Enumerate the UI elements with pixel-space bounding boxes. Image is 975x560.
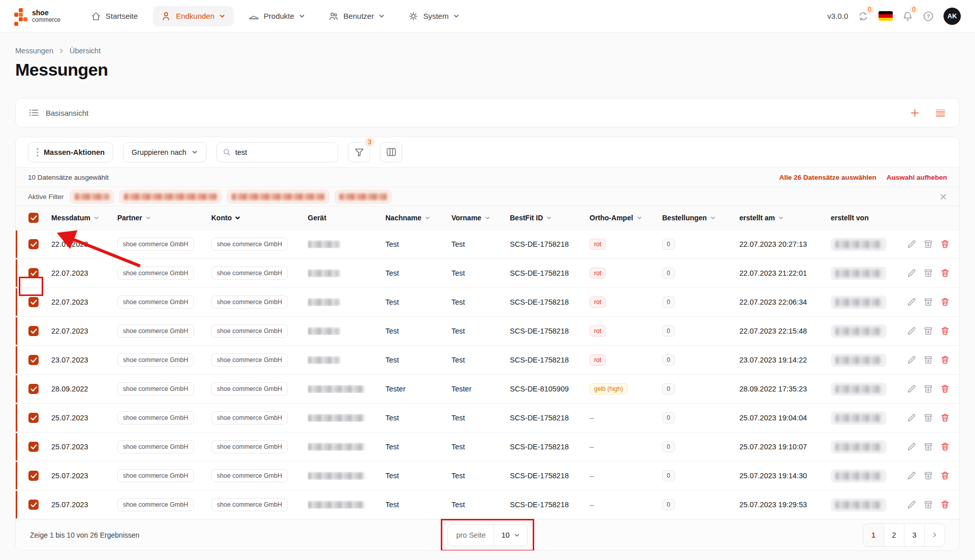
clear-selection-link[interactable]: Auswahl aufheben — [887, 174, 947, 181]
page-button-1[interactable]: 1 — [863, 524, 884, 546]
select-all-checkbox[interactable] — [28, 213, 39, 223]
select-all-records-link[interactable]: Alle 26 Datensätze auswählen — [779, 174, 876, 181]
filter-count-badge: 3 — [365, 138, 374, 147]
breadcrumb-item-uebersicht[interactable]: Übersicht — [70, 47, 101, 55]
nav-item-endkunden[interactable]: Endkunden — [153, 6, 234, 26]
konto-chip: shoe commerce GmbH — [211, 238, 288, 251]
table-row[interactable]: 25.07.2023 shoe commerce GmbH shoe comme… — [16, 403, 959, 432]
column-header-bestfit-id[interactable]: BestFit ID — [510, 214, 590, 222]
archive-button[interactable] — [924, 298, 933, 307]
nav-item-startseite[interactable]: Startseite — [83, 6, 146, 26]
table-row[interactable]: 22.07.2023 shoe commerce GmbH shoe comme… — [16, 258, 959, 287]
active-filter-chip-redacted[interactable] — [119, 190, 221, 204]
active-filters-label: Aktive Filter — [28, 193, 64, 201]
delete-button[interactable] — [940, 355, 950, 365]
archive-button[interactable] — [924, 500, 933, 509]
search-input[interactable] — [235, 148, 332, 156]
table-row[interactable]: 25.07.2023 shoe commerce GmbH shoe comme… — [16, 461, 959, 490]
column-header-erstellt-am[interactable]: erstellt am — [739, 214, 831, 222]
archive-button[interactable] — [924, 240, 933, 249]
edit-button[interactable] — [907, 442, 916, 451]
row-checkbox[interactable] — [28, 500, 39, 510]
edit-button[interactable] — [907, 240, 916, 249]
row-checkbox[interactable] — [28, 471, 39, 481]
delete-button[interactable] — [940, 413, 950, 422]
column-header-konto[interactable]: Konto — [211, 214, 308, 222]
view-list-button[interactable] — [935, 108, 946, 117]
page-button-3[interactable]: 3 — [904, 524, 924, 546]
active-filter-chip-redacted[interactable] — [227, 190, 329, 204]
archive-button[interactable] — [924, 413, 933, 422]
column-header-bestellungen[interactable]: Bestellungen — [662, 214, 739, 222]
columns-button[interactable] — [380, 142, 402, 162]
pencil-icon — [907, 442, 916, 451]
filter-button[interactable]: 3 — [348, 142, 370, 162]
row-checkbox[interactable] — [28, 384, 39, 394]
page-button-2[interactable]: 2 — [884, 524, 904, 546]
archive-button[interactable] — [924, 384, 933, 393]
archive-button[interactable] — [924, 442, 933, 451]
help-button[interactable]: ? — [923, 11, 934, 22]
edit-button[interactable] — [907, 500, 916, 509]
breadcrumb-item-messungen[interactable]: Messungen — [15, 47, 53, 55]
row-checkbox[interactable] — [28, 355, 39, 365]
table-row[interactable]: 22.07.2023 shoe commerce GmbH shoe comme… — [16, 316, 959, 345]
avatar[interactable]: AK — [944, 8, 961, 25]
row-checkbox[interactable] — [28, 442, 39, 452]
check-icon — [30, 357, 37, 363]
archive-button[interactable] — [924, 471, 933, 480]
edit-button[interactable] — [907, 471, 916, 480]
row-checkbox[interactable] — [28, 297, 39, 307]
row-checkbox[interactable] — [28, 413, 39, 423]
edit-button[interactable] — [907, 413, 916, 422]
active-filter-chip-redacted[interactable] — [335, 190, 392, 204]
next-page-button[interactable] — [924, 524, 945, 546]
column-header-messdatum[interactable]: Messdatum — [51, 214, 117, 222]
table-row[interactable]: 25.07.2023 shoe commerce GmbH shoe comme… — [16, 432, 959, 461]
delete-button[interactable] — [940, 471, 950, 480]
view-selector[interactable]: Basisansicht — [29, 108, 88, 117]
edit-button[interactable] — [907, 298, 916, 307]
table-row[interactable]: 28.09.2022 shoe commerce GmbH shoe comme… — [16, 374, 959, 403]
row-checkbox[interactable] — [28, 326, 39, 336]
table-row[interactable]: 23.07.2023 shoe commerce GmbH shoe comme… — [16, 345, 959, 374]
table-row[interactable]: 22.07.2023 shoe commerce GmbH shoe comme… — [16, 229, 959, 258]
delete-button[interactable] — [940, 384, 950, 393]
row-checkbox[interactable] — [28, 239, 39, 249]
row-checkbox[interactable] — [28, 268, 39, 278]
delete-button[interactable] — [940, 240, 950, 249]
archive-button[interactable] — [924, 269, 933, 278]
column-header-partner[interactable]: Partner — [117, 214, 211, 222]
edit-button[interactable] — [907, 384, 916, 393]
archive-button[interactable] — [924, 326, 933, 336]
nav-item-system[interactable]: System — [400, 6, 468, 26]
table-row[interactable]: 25.07.2023 shoe commerce GmbH shoe comme… — [16, 490, 959, 519]
sync-button[interactable]: 0 — [858, 11, 869, 22]
clear-filters-button[interactable] — [939, 193, 947, 201]
group-by-button[interactable]: Gruppieren nach — [123, 142, 207, 162]
edit-button[interactable] — [907, 269, 916, 278]
nav-item-produkte[interactable]: Produkte — [241, 6, 313, 26]
konto-chip: shoe commerce GmbH — [211, 411, 288, 424]
column-header-ortho-ampel[interactable]: Ortho-Ampel — [590, 214, 662, 222]
edit-button[interactable] — [907, 355, 916, 365]
search-field[interactable] — [216, 142, 338, 162]
bulk-actions-button[interactable]: Massen-Aktionen — [28, 142, 113, 162]
delete-button[interactable] — [940, 298, 950, 307]
delete-button[interactable] — [940, 269, 950, 278]
edit-button[interactable] — [907, 326, 916, 336]
delete-button[interactable] — [940, 442, 950, 451]
archive-button[interactable] — [924, 355, 933, 365]
brand[interactable]: shoecommerce — [14, 8, 60, 24]
language-flag-german[interactable] — [879, 11, 893, 21]
delete-button[interactable] — [940, 500, 950, 509]
column-header-vorname[interactable]: Vorname — [451, 214, 510, 222]
column-header-nachname[interactable]: Nachname — [385, 214, 451, 222]
notifications-button[interactable]: 0 — [902, 11, 913, 22]
table-row[interactable]: 22.07.2023 shoe commerce GmbH shoe comme… — [16, 287, 959, 316]
delete-button[interactable] — [940, 326, 950, 336]
add-view-button[interactable] — [910, 108, 920, 118]
nav-item-benutzer[interactable]: Benutzer — [320, 6, 393, 26]
active-filter-chip-redacted[interactable] — [70, 190, 114, 204]
per-page-control[interactable]: pro Seite 10 — [447, 524, 527, 546]
